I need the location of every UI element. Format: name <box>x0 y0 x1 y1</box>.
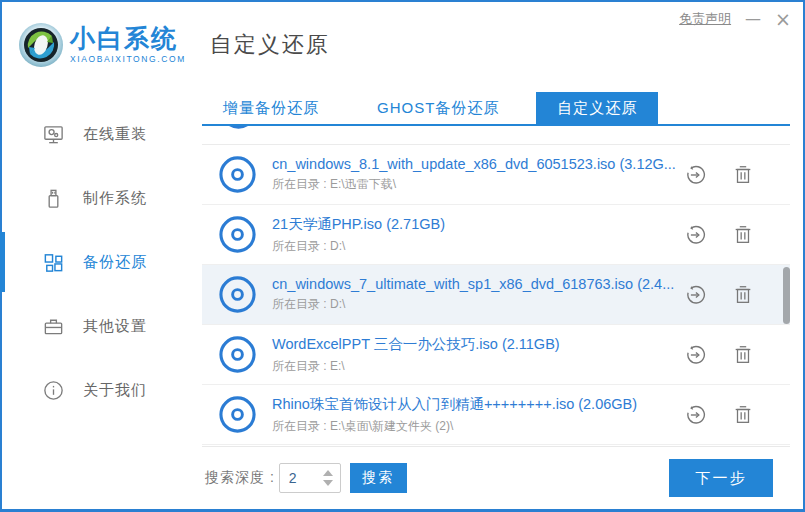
sphere-swirl-logo-icon <box>18 22 64 68</box>
header: 小白系统 XIAOBAIXITONG.COM 自定义还原 免责声明 — × <box>2 2 803 88</box>
list-item-text: WordExcelPPT 三合一办公技巧.iso (2.11GB) 所在目录 :… <box>272 335 684 375</box>
sidebar-item-label: 在线重装 <box>83 125 147 144</box>
disc-icon <box>219 126 258 134</box>
list-item[interactable]: 21天学通PHP.iso (2.71GB) 所在目录 : D:\ <box>202 205 790 265</box>
main-area: 在线重装 制作系统 <box>2 88 803 509</box>
trash-icon[interactable] <box>732 224 754 246</box>
logo-name: 小白系统 <box>70 26 186 51</box>
close-button[interactable]: × <box>775 11 791 27</box>
tab-custom-restore[interactable]: 自定义还原 <box>536 92 658 124</box>
sidebar-item-online-reinstall[interactable]: 在线重装 <box>2 102 187 166</box>
iso-file-name: cn_windows_8.1_with_update_x86_dvd_60515… <box>272 156 684 172</box>
trash-icon[interactable] <box>732 344 754 366</box>
iso-file-name: 21天学通PHP.iso (2.71GB) <box>272 215 684 234</box>
row-actions <box>684 344 754 366</box>
sidebar: 在线重装 制作系统 <box>2 88 187 509</box>
content-area: 增量备份还原 GHOST备份还原 自定义还原 <box>187 88 803 509</box>
list-item-text: Rhino珠宝首饰设计从入门到精通++++++++.iso (2.06GB) 所… <box>272 395 684 435</box>
sidebar-item-label: 备份还原 <box>83 253 147 272</box>
restore-icon[interactable] <box>684 164 706 186</box>
disclaimer-link[interactable]: 免责声明 <box>679 10 731 28</box>
minimize-button[interactable]: — <box>745 11 761 27</box>
disc-icon <box>218 215 257 254</box>
sidebar-item-about-us[interactable]: 关于我们 <box>2 358 187 422</box>
stepper-down-icon[interactable] <box>323 480 333 486</box>
sidebar-item-backup-restore[interactable]: 备份还原 <box>2 230 187 294</box>
restore-icon[interactable] <box>684 224 706 246</box>
row-actions <box>684 404 754 426</box>
iso-file-name: Rhino珠宝首饰设计从入门到精通++++++++.iso (2.06GB) <box>272 395 684 414</box>
iso-file-path: 所在目录 : E:\桌面\新建文件夹 (2)\ <box>272 418 684 435</box>
sidebar-item-label: 其他设置 <box>83 317 147 336</box>
stepper-up-icon[interactable] <box>323 470 333 476</box>
toolbox-icon <box>42 315 65 338</box>
iso-file-name: cn_windows_7_ultimate_with_sp1_x86_dvd_6… <box>272 276 684 292</box>
list-item[interactable]: cn_windows_8.1_with_update_x86_dvd_60515… <box>202 145 790 205</box>
sidebar-item-label: 关于我们 <box>83 381 147 400</box>
iso-file-path: 所在目录 : E:\迅雷下载\ <box>272 176 684 193</box>
blocks-icon <box>42 251 65 274</box>
search-depth-label: 搜索深度 : <box>205 469 275 487</box>
usb-drive-icon <box>42 187 65 210</box>
row-actions <box>684 164 754 186</box>
app-window: 小白系统 XIAOBAIXITONG.COM 自定义还原 免责声明 — × <box>0 0 805 512</box>
sidebar-item-other-settings[interactable]: 其他设置 <box>2 294 187 358</box>
trash-icon[interactable] <box>732 164 754 186</box>
info-icon <box>42 379 65 402</box>
footer-bar: 搜索深度 : 2 搜索 下一步 <box>202 446 790 509</box>
tab-bar: 增量备份还原 GHOST备份还原 自定义还原 <box>202 92 790 126</box>
logo-text: 小白系统 XIAOBAIXITONG.COM <box>70 26 186 64</box>
disc-icon <box>218 275 257 314</box>
restore-icon[interactable] <box>684 284 706 306</box>
iso-file-path: 所在目录 : D:\ <box>272 238 684 255</box>
iso-file-path: 所在目录 : E:\ <box>272 358 684 375</box>
list-item-text: cn_windows_8.1_with_update_x86_dvd_60515… <box>272 156 684 193</box>
list-item-text: 21天学通PHP.iso (2.71GB) 所在目录 : D:\ <box>272 215 684 255</box>
iso-file-list: cn_windows_8.1_with_update_x86_dvd_60515… <box>202 126 790 446</box>
trash-icon[interactable] <box>732 284 754 306</box>
list-item-partial <box>202 126 790 145</box>
list-item[interactable]: Rhino珠宝首饰设计从入门到精通++++++++.iso (2.06GB) 所… <box>202 385 790 445</box>
restore-icon[interactable] <box>684 404 706 426</box>
sidebar-item-make-system[interactable]: 制作系统 <box>2 166 187 230</box>
list-item-selected[interactable]: cn_windows_7_ultimate_with_sp1_x86_dvd_6… <box>202 265 790 325</box>
iso-file-name: WordExcelPPT 三合一办公技巧.iso (2.11GB) <box>272 335 684 354</box>
disc-icon <box>218 335 257 374</box>
trash-icon[interactable] <box>732 404 754 426</box>
disc-icon <box>218 395 257 434</box>
restore-icon[interactable] <box>684 344 706 366</box>
logo-domain: XIAOBAIXITONG.COM <box>70 54 186 64</box>
next-step-button[interactable]: 下一步 <box>669 459 773 497</box>
search-button[interactable]: 搜索 <box>350 463 407 493</box>
tab-ghost-backup-restore[interactable]: GHOST备份还原 <box>356 92 520 124</box>
window-controls: 免责声明 — × <box>679 10 791 28</box>
disc-icon <box>218 155 257 194</box>
sidebar-item-label: 制作系统 <box>83 189 147 208</box>
search-depth-value[interactable]: 2 <box>280 470 320 486</box>
stepper-arrows <box>320 470 340 486</box>
scrollbar-thumb[interactable] <box>783 267 790 324</box>
page-title: 自定义还原 <box>210 30 330 60</box>
row-actions <box>684 284 754 306</box>
tab-incremental-backup-restore[interactable]: 增量备份还原 <box>202 92 340 124</box>
list-item-text: cn_windows_7_ultimate_with_sp1_x86_dvd_6… <box>272 276 684 313</box>
search-depth-stepper[interactable]: 2 <box>279 463 341 493</box>
iso-file-path: 所在目录 : D:\ <box>272 296 684 313</box>
monitor-icon <box>42 123 65 146</box>
app-logo: 小白系统 XIAOBAIXITONG.COM <box>18 22 186 68</box>
list-item[interactable]: WordExcelPPT 三合一办公技巧.iso (2.11GB) 所在目录 :… <box>202 325 790 385</box>
row-actions <box>684 224 754 246</box>
